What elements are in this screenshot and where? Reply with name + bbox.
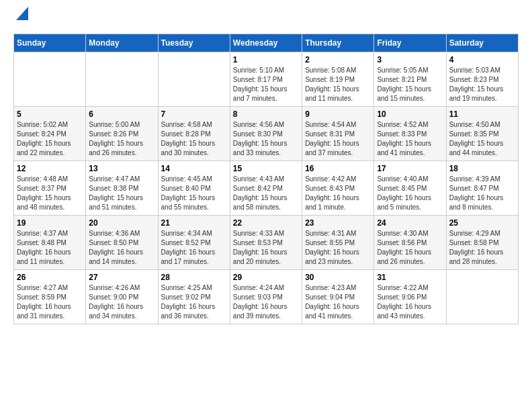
day-number: 30 [305, 273, 371, 282]
page-header [13, 13, 519, 23]
logo [13, 13, 28, 23]
day-info: Sunrise: 4:54 AMSunset: 8:31 PMDaylight:… [305, 120, 371, 158]
day-number: 23 [305, 218, 371, 228]
calendar-cell [158, 52, 230, 107]
day-info: Sunrise: 4:50 AMSunset: 8:35 PMDaylight:… [449, 120, 515, 158]
day-info: Sunrise: 4:45 AMSunset: 8:40 PMDaylight:… [161, 175, 227, 212]
calendar-cell: 29Sunrise: 4:24 AMSunset: 9:03 PMDayligh… [230, 270, 302, 324]
calendar-table: SundayMondayTuesdayWednesdayThursdayFrid… [13, 34, 519, 324]
day-info: Sunrise: 4:31 AMSunset: 8:55 PMDaylight:… [305, 229, 371, 267]
day-number: 20 [89, 218, 154, 228]
calendar-cell: 8Sunrise: 4:56 AMSunset: 8:30 PMDaylight… [230, 107, 302, 161]
weekday-header-thursday: Thursday [302, 34, 374, 52]
day-number: 4 [449, 55, 515, 64]
day-info: Sunrise: 4:56 AMSunset: 8:30 PMDaylight:… [233, 120, 299, 158]
weekday-header-monday: Monday [86, 34, 158, 52]
day-info: Sunrise: 5:08 AMSunset: 8:19 PMDaylight:… [305, 66, 371, 103]
day-info: Sunrise: 5:02 AMSunset: 8:24 PMDaylight:… [17, 120, 83, 158]
day-number: 31 [377, 273, 443, 282]
day-info: Sunrise: 5:00 AMSunset: 8:26 PMDaylight:… [89, 120, 154, 158]
day-number: 9 [305, 109, 371, 119]
day-number: 12 [17, 164, 83, 173]
calendar-week-1: 1Sunrise: 5:10 AMSunset: 8:17 PMDaylight… [14, 52, 519, 107]
day-number: 28 [161, 273, 227, 282]
calendar-cell: 21Sunrise: 4:34 AMSunset: 8:52 PMDayligh… [158, 216, 230, 270]
day-number: 29 [233, 273, 299, 282]
calendar-week-4: 19Sunrise: 4:37 AMSunset: 8:48 PMDayligh… [14, 216, 519, 270]
calendar-cell [14, 52, 86, 107]
day-info: Sunrise: 4:48 AMSunset: 8:37 PMDaylight:… [17, 175, 83, 212]
day-info: Sunrise: 4:52 AMSunset: 8:33 PMDaylight:… [377, 120, 443, 158]
calendar-cell: 3Sunrise: 5:05 AMSunset: 8:21 PMDaylight… [374, 52, 446, 107]
day-number: 11 [449, 109, 515, 119]
day-info: Sunrise: 4:33 AMSunset: 8:53 PMDaylight:… [233, 229, 299, 267]
calendar-cell: 12Sunrise: 4:48 AMSunset: 8:37 PMDayligh… [14, 161, 86, 216]
calendar-cell: 19Sunrise: 4:37 AMSunset: 8:48 PMDayligh… [14, 216, 86, 270]
day-info: Sunrise: 4:27 AMSunset: 8:59 PMDaylight:… [17, 283, 83, 321]
day-number: 27 [89, 273, 154, 282]
calendar-cell: 7Sunrise: 4:58 AMSunset: 8:28 PMDaylight… [158, 107, 230, 161]
day-info: Sunrise: 4:47 AMSunset: 8:38 PMDaylight:… [89, 175, 154, 212]
calendar-cell: 18Sunrise: 4:39 AMSunset: 8:47 PMDayligh… [446, 161, 518, 216]
day-number: 16 [305, 164, 371, 173]
calendar-week-5: 26Sunrise: 4:27 AMSunset: 8:59 PMDayligh… [14, 270, 519, 324]
day-number: 18 [449, 164, 515, 173]
day-number: 13 [89, 164, 154, 173]
calendar-cell: 15Sunrise: 4:43 AMSunset: 8:42 PMDayligh… [230, 161, 302, 216]
day-number: 5 [17, 109, 83, 119]
calendar-cell: 11Sunrise: 4:50 AMSunset: 8:35 PMDayligh… [446, 107, 518, 161]
day-number: 7 [161, 109, 227, 119]
calendar-cell: 20Sunrise: 4:36 AMSunset: 8:50 PMDayligh… [86, 216, 158, 270]
day-info: Sunrise: 4:43 AMSunset: 8:42 PMDaylight:… [233, 175, 299, 212]
day-number: 25 [449, 218, 515, 228]
calendar-cell: 14Sunrise: 4:45 AMSunset: 8:40 PMDayligh… [158, 161, 230, 216]
day-info: Sunrise: 4:26 AMSunset: 9:00 PMDaylight:… [89, 283, 154, 321]
calendar-week-3: 12Sunrise: 4:48 AMSunset: 8:37 PMDayligh… [14, 161, 519, 216]
calendar-cell: 9Sunrise: 4:54 AMSunset: 8:31 PMDaylight… [302, 107, 374, 161]
weekday-header-sunday: Sunday [14, 34, 86, 52]
day-number: 21 [161, 218, 227, 228]
day-info: Sunrise: 5:10 AMSunset: 8:17 PMDaylight:… [233, 66, 299, 103]
day-number: 8 [233, 109, 299, 119]
svg-marker-0 [16, 7, 28, 20]
calendar-cell: 27Sunrise: 4:26 AMSunset: 9:00 PMDayligh… [86, 270, 158, 324]
calendar-cell: 31Sunrise: 4:22 AMSunset: 9:06 PMDayligh… [374, 270, 446, 324]
day-info: Sunrise: 4:58 AMSunset: 8:28 PMDaylight:… [161, 120, 227, 158]
calendar-cell: 10Sunrise: 4:52 AMSunset: 8:33 PMDayligh… [374, 107, 446, 161]
day-number: 6 [89, 109, 154, 119]
day-number: 2 [305, 55, 371, 64]
calendar-week-2: 5Sunrise: 5:02 AMSunset: 8:24 PMDaylight… [14, 107, 519, 161]
calendar-cell: 28Sunrise: 4:25 AMSunset: 9:02 PMDayligh… [158, 270, 230, 324]
calendar-cell [86, 52, 158, 107]
day-info: Sunrise: 4:40 AMSunset: 8:45 PMDaylight:… [377, 175, 443, 212]
day-info: Sunrise: 4:22 AMSunset: 9:06 PMDaylight:… [377, 283, 443, 321]
day-number: 3 [377, 55, 443, 64]
day-info: Sunrise: 5:03 AMSunset: 8:23 PMDaylight:… [449, 66, 515, 103]
day-info: Sunrise: 4:37 AMSunset: 8:48 PMDaylight:… [17, 229, 83, 267]
day-number: 17 [377, 164, 443, 173]
day-info: Sunrise: 4:39 AMSunset: 8:47 PMDaylight:… [449, 175, 515, 212]
weekday-header-tuesday: Tuesday [158, 34, 230, 52]
day-number: 24 [377, 218, 443, 228]
day-number: 19 [17, 218, 83, 228]
day-number: 14 [161, 164, 227, 173]
calendar-cell: 13Sunrise: 4:47 AMSunset: 8:38 PMDayligh… [86, 161, 158, 216]
day-info: Sunrise: 4:25 AMSunset: 9:02 PMDaylight:… [161, 283, 227, 321]
calendar-cell: 17Sunrise: 4:40 AMSunset: 8:45 PMDayligh… [374, 161, 446, 216]
calendar-cell: 25Sunrise: 4:29 AMSunset: 8:58 PMDayligh… [446, 216, 518, 270]
calendar-cell: 23Sunrise: 4:31 AMSunset: 8:55 PMDayligh… [302, 216, 374, 270]
day-info: Sunrise: 4:29 AMSunset: 8:58 PMDaylight:… [449, 229, 515, 267]
calendar-cell: 5Sunrise: 5:02 AMSunset: 8:24 PMDaylight… [14, 107, 86, 161]
calendar-cell: 26Sunrise: 4:27 AMSunset: 8:59 PMDayligh… [14, 270, 86, 324]
day-number: 22 [233, 218, 299, 228]
day-info: Sunrise: 4:42 AMSunset: 8:43 PMDaylight:… [305, 175, 371, 212]
calendar-cell [446, 270, 518, 324]
weekday-header-wednesday: Wednesday [230, 34, 302, 52]
calendar-cell: 16Sunrise: 4:42 AMSunset: 8:43 PMDayligh… [302, 161, 374, 216]
day-number: 10 [377, 109, 443, 119]
day-info: Sunrise: 5:05 AMSunset: 8:21 PMDaylight:… [377, 66, 443, 103]
weekday-header-friday: Friday [374, 34, 446, 52]
day-info: Sunrise: 4:24 AMSunset: 9:03 PMDaylight:… [233, 283, 299, 321]
calendar-cell: 2Sunrise: 5:08 AMSunset: 8:19 PMDaylight… [302, 52, 374, 107]
weekday-header-saturday: Saturday [446, 34, 518, 52]
